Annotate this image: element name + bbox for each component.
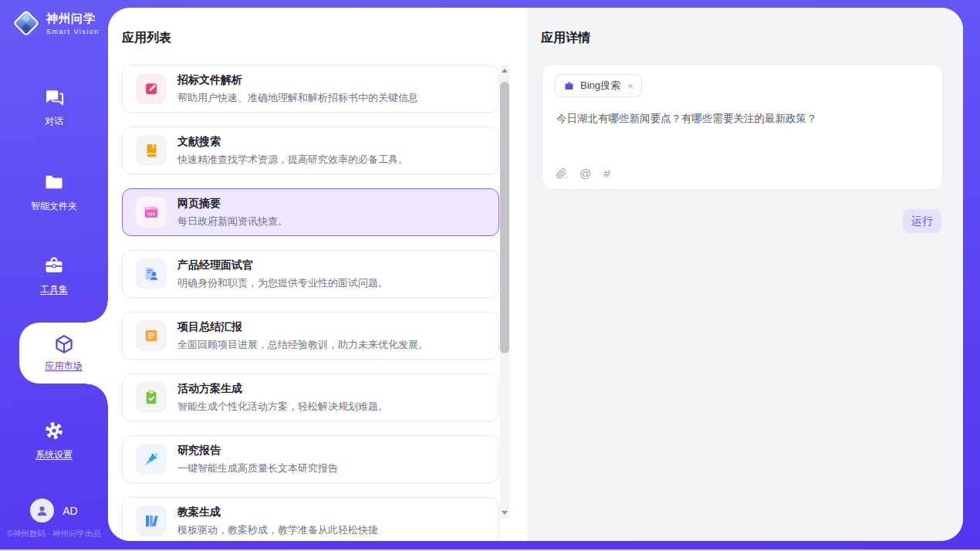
user-row[interactable]: AD — [0, 499, 108, 522]
scrollbar-thumb[interactable] — [500, 82, 509, 353]
sidebar-item-smart-folder[interactable]: 智能文件夹 — [0, 171, 108, 213]
app-card-title: 文献搜索 — [177, 135, 408, 149]
sidebar-item-label: 工具集 — [40, 283, 68, 296]
paperclip-icon[interactable] — [556, 167, 567, 179]
doc-edit-icon — [136, 73, 167, 104]
app-card-desc: 快速精准查找学术资源，提高研究效率的必备工具。 — [177, 153, 408, 167]
scroll-down-icon[interactable] — [502, 511, 508, 515]
brand: 神州问学 Smart Vision — [12, 8, 100, 38]
folder-icon — [43, 171, 65, 193]
brand-subtitle: Smart Vision — [46, 28, 100, 35]
main-panel: 应用列表 招标文件解析 帮助用户快速、准确地理解和解析招标书中的关键信息 文献搜… — [108, 8, 963, 541]
app-card-list: 招标文件解析 帮助用户快速、准确地理解和解析招标书中的关键信息 文献搜索 快速精… — [122, 65, 499, 541]
app-card-title: 产品经理面试官 — [177, 259, 388, 272]
app-card-desc: 一键智能生成高质量长文本研究报告 — [177, 461, 338, 475]
at-mention-icon[interactable]: @ — [580, 167, 591, 179]
app-card[interactable]: 项目总结汇报 全面回顾项目进展，总结经验教训，助力未来优化发展。 — [122, 312, 499, 360]
app-card-title: 活动方案生成 — [177, 382, 388, 396]
sidebar-item-chat[interactable]: 对话 — [0, 86, 108, 128]
app-card[interactable]: 活动方案生成 智能生成个性化活动方案，轻松解决规划难题。 — [122, 374, 499, 421]
app-card-title: 项目总结汇报 — [177, 320, 428, 334]
browser-icon — [136, 197, 167, 228]
user-name: AD — [63, 505, 77, 517]
brand-name: 神州问学 — [46, 12, 100, 26]
report-note-icon — [136, 320, 167, 351]
chip-close-icon[interactable]: × — [627, 80, 634, 92]
app-card-desc: 帮助用户快速、准确地理解和解析招标书中的关键信息 — [177, 91, 418, 105]
sidebar-item-label: 智能文件夹 — [31, 200, 77, 213]
tool-chip-bing-search[interactable]: Bing搜索 × — [555, 74, 642, 97]
app-card-title: 教案生成 — [177, 505, 378, 519]
app-card-desc: 全面回顾项目进展，总结经验教训，助力未来优化发展。 — [177, 338, 428, 352]
scroll-up-icon[interactable] — [502, 69, 508, 73]
run-button[interactable]: 运行 — [903, 209, 941, 233]
app-list-section: 应用列表 招标文件解析 帮助用户快速、准确地理解和解析招标书中的关键信息 文献搜… — [108, 8, 527, 541]
scrollbar[interactable] — [500, 65, 509, 519]
app-card[interactable]: 产品经理面试官 明确身份和职责，为您提供专业性的面试问题。 — [122, 250, 499, 298]
sidebar-item-settings[interactable]: 系统设置 — [0, 420, 108, 461]
brand-logo-icon — [12, 8, 41, 38]
briefcase-icon — [563, 80, 575, 92]
app-card-desc: 智能生成个性化活动方案，轻松解决规划难题。 — [177, 400, 388, 414]
avatar[interactable] — [30, 499, 54, 522]
app-card[interactable]: 研究报告 一键智能生成高质量长文本研究报告 — [122, 435, 499, 483]
app-card[interactable]: 网页摘要 每日政府新闻资讯快查。 — [122, 188, 499, 236]
attach-toolbar: @ # — [556, 167, 610, 179]
tool-chip-label: Bing搜索 — [580, 79, 620, 93]
app-card-desc: 每日政府新闻资讯快查。 — [177, 215, 288, 228]
app-list-title: 应用列表 — [122, 30, 171, 46]
app-card-desc: 模板驱动，教案秒成，教学准备从此轻松快捷 — [177, 523, 378, 537]
hash-icon[interactable]: # — [603, 167, 610, 179]
gear-icon — [43, 420, 65, 441]
interviewer-icon — [136, 259, 167, 289]
prompt-input[interactable]: 今日湖北有哪些新闻要点？有哪些需要关注的最新政策？ — [556, 111, 928, 127]
chat-icon — [43, 86, 65, 108]
app-card[interactable]: 招标文件解析 帮助用户快速、准确地理解和解析招标书中的关键信息 — [122, 65, 499, 113]
app-card-desc: 明确身份和职责，为您提供专业性的面试问题。 — [177, 276, 388, 290]
sidebar-item-label: 应用市场 — [46, 360, 83, 373]
cube-icon — [53, 333, 75, 355]
ink-pen-icon — [136, 444, 167, 475]
app-card-title: 招标文件解析 — [177, 73, 418, 87]
books-icon — [136, 505, 167, 536]
app-card-title: 网页摘要 — [177, 197, 288, 211]
app-detail-title: 应用详情 — [541, 30, 590, 46]
sidebar: 神州问学 Smart Vision 对话 智能文件夹 工具集 应用市场 系统设置… — [0, 0, 108, 551]
app-detail-section: 应用详情 Bing搜索 × 今日湖北有哪些新闻要点？有哪些需要关注的最新政策？ … — [527, 8, 963, 541]
app-card[interactable]: 文献搜索 快速精准查找学术资源，提高研究效率的必备工具。 — [122, 127, 499, 174]
clipboard-check-icon — [136, 382, 167, 413]
prompt-card: Bing搜索 × 今日湖北有哪些新闻要点？有哪些需要关注的最新政策？ @ # — [542, 64, 943, 190]
sidebar-item-toolset[interactable]: 工具集 — [0, 255, 108, 296]
copyright: ©神州数码 · 神州问学出品 — [0, 529, 108, 539]
app-card[interactable]: 教案生成 模板驱动，教案秒成，教学准备从此轻松快捷 — [122, 497, 499, 541]
app-card-title: 研究报告 — [177, 444, 338, 458]
toolbox-icon — [43, 255, 65, 276]
book-icon — [136, 135, 167, 166]
sidebar-item-app-market[interactable]: 应用市场 — [19, 323, 108, 384]
sidebar-item-label: 系统设置 — [35, 448, 73, 461]
sidebar-item-label: 对话 — [45, 115, 63, 128]
